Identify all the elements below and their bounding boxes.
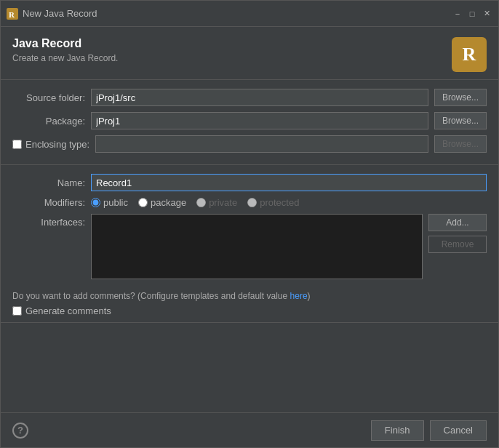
comments-section: Do you want to add comments? (Configure … — [1, 288, 498, 322]
dialog-content: Java Record Create a new Java Record. R … — [1, 27, 498, 412]
window-title: New Java Record — [23, 8, 452, 19]
modifiers-label: Modifiers: — [12, 197, 85, 208]
modifier-protected-radio — [247, 198, 257, 207]
modifier-private-label: private — [196, 197, 237, 208]
package-input[interactable] — [91, 112, 428, 129]
interfaces-row: Interfaces: Add... Remove — [12, 214, 487, 279]
source-folder-row: Source folder: Browse... — [12, 89, 487, 106]
lower-form-section: Name: Modifiers: public package — [1, 168, 498, 288]
dialog-subtitle: Create a new Java Record. — [12, 53, 118, 63]
source-folder-input[interactable] — [91, 89, 428, 106]
modifier-private-text: private — [209, 197, 237, 208]
dialog-title: Java Record — [12, 37, 118, 50]
footer-spacer — [1, 322, 498, 412]
svg-text:R: R — [9, 10, 15, 19]
maximize-button[interactable]: □ — [466, 8, 478, 20]
source-folder-browse-button[interactable]: Browse... — [434, 89, 487, 106]
enclosing-type-checkbox[interactable] — [12, 140, 22, 149]
modifier-package-label[interactable]: package — [138, 197, 186, 208]
enclosing-type-label: Enclosing type: — [25, 139, 89, 150]
close-button[interactable]: ✕ — [481, 8, 492, 20]
modifier-public-radio[interactable] — [91, 198, 100, 207]
name-label: Name: — [12, 177, 85, 188]
modifiers-radio-group: public package private protected — [91, 197, 299, 208]
package-row: Package: Browse... — [12, 112, 487, 129]
generate-comments-label[interactable]: Generate comments — [12, 305, 487, 316]
new-java-record-dialog: R New Java Record − □ ✕ Java Record Crea… — [0, 0, 499, 448]
package-browse-button[interactable]: Browse... — [434, 112, 487, 129]
modifier-package-text: package — [151, 197, 186, 208]
interfaces-label: Interfaces: — [12, 214, 85, 228]
modifier-package-radio[interactable] — [138, 198, 148, 207]
footer-bar: ? Finish Cancel — [1, 412, 498, 447]
modifier-private-radio — [196, 198, 206, 207]
dialog-header: Java Record Create a new Java Record. R — [1, 27, 498, 80]
comments-question: Do you want to add comments? (Configure … — [12, 291, 487, 301]
comments-question-end: ) — [308, 291, 311, 301]
enclosing-type-row: Enclosing type: Browse... — [12, 135, 487, 153]
source-folder-label: Source folder: — [12, 92, 85, 103]
interfaces-textarea[interactable] — [91, 214, 423, 279]
footer-buttons: Finish Cancel — [371, 420, 487, 441]
modifier-public-text: public — [103, 197, 128, 208]
form-section: Source folder: Browse... Package: Browse… — [1, 80, 498, 161]
modifiers-row: Modifiers: public package private — [12, 197, 487, 208]
add-interface-button[interactable]: Add... — [428, 214, 487, 231]
header-text: Java Record Create a new Java Record. — [12, 37, 118, 63]
comments-question-text: Do you want to add comments? (Configure … — [12, 291, 290, 301]
generate-comments-text: Generate comments — [25, 305, 111, 316]
name-input[interactable] — [91, 174, 487, 191]
name-row: Name: — [12, 174, 487, 191]
package-label: Package: — [12, 116, 85, 127]
title-bar: R New Java Record − □ ✕ — [1, 1, 498, 27]
enclosing-browse-button[interactable]: Browse... — [434, 135, 487, 153]
minimize-button[interactable]: − — [452, 8, 463, 20]
window-controls: − □ ✕ — [452, 8, 492, 20]
java-record-icon: R — [452, 37, 487, 72]
window-icon: R — [7, 8, 18, 20]
cancel-button[interactable]: Cancel — [430, 420, 487, 441]
modifier-protected-text: protected — [260, 197, 299, 208]
enclosing-type-checkbox-label[interactable]: Enclosing type: — [12, 139, 89, 150]
modifier-public-label[interactable]: public — [91, 197, 128, 208]
modifier-protected-label: protected — [247, 197, 299, 208]
enclosing-type-input[interactable] — [95, 135, 428, 153]
finish-button[interactable]: Finish — [371, 420, 424, 441]
interfaces-buttons: Add... Remove — [428, 214, 487, 253]
help-button[interactable]: ? — [12, 423, 28, 439]
comments-here-link[interactable]: here — [290, 291, 308, 301]
generate-comments-checkbox[interactable] — [12, 306, 22, 316]
remove-interface-button[interactable]: Remove — [428, 236, 487, 253]
